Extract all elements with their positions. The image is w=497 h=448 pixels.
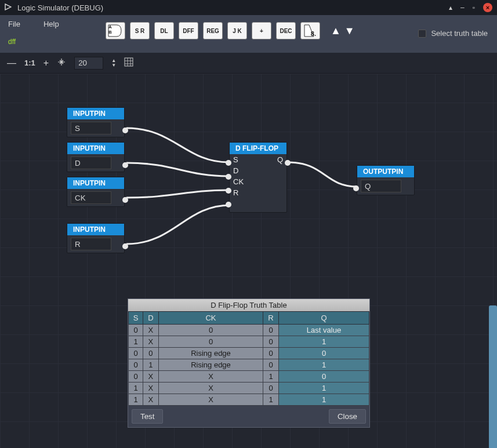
table-cell: 1	[263, 371, 279, 383]
palette-dec[interactable]: DEC	[276, 22, 296, 39]
truth-table-checkbox[interactable]	[418, 30, 426, 38]
palette-plus[interactable]: +	[252, 22, 271, 39]
table-cell: 0	[263, 336, 279, 348]
zoom-input[interactable]	[74, 57, 103, 70]
table-cell: X	[143, 383, 159, 394]
node-input-s[interactable]: INPUTPIN	[67, 107, 125, 137]
table-row: 1X001	[129, 336, 369, 348]
palette-gate[interactable]: A B	[106, 22, 125, 39]
table-cell: Rising edge	[158, 348, 263, 359]
output-pin[interactable]	[122, 243, 128, 249]
truth-table-checkbox-label: Select truth table	[431, 29, 488, 38]
node-header: OUTPUTPIN	[357, 166, 414, 177]
close-icon[interactable]: ×	[483, 3, 492, 12]
node-input-d[interactable]: INPUTPIN	[67, 142, 125, 172]
input-pin[interactable]	[226, 202, 231, 207]
node-dff[interactable]: D FLIP-FLOP S D CK R Q	[229, 142, 287, 213]
menubar: File Help dff A B S R DL DFF REG J K + D…	[0, 15, 497, 53]
keep-above-icon[interactable]: ▴	[449, 3, 452, 12]
table-cell: 0	[129, 348, 143, 359]
palette-up-icon[interactable]: ▲	[331, 25, 341, 37]
table-row: 1XX01	[129, 383, 369, 394]
table-cell: X	[158, 371, 263, 383]
node-header: D FLIP-FLOP	[230, 143, 286, 154]
node-header: INPUTPIN	[67, 177, 124, 189]
input-d-field[interactable]	[71, 156, 111, 169]
table-cell: 0	[129, 371, 143, 383]
palette-7seg[interactable]: 8.	[300, 22, 320, 39]
dff-pin-r: R	[230, 187, 247, 198]
zoom-reset-icon[interactable]: 1:1	[24, 59, 35, 67]
table-cell: 0	[158, 325, 263, 336]
palette-reg[interactable]: REG	[203, 22, 223, 39]
input-ck-field[interactable]	[71, 191, 111, 204]
input-r-field[interactable]	[71, 238, 111, 250]
titlebar: Logic Simulator (DEBUG) ▴ – ▫ ×	[0, 0, 497, 15]
dff-pin-ck: CK	[230, 176, 247, 187]
input-pin[interactable]	[226, 174, 231, 180]
table-cell: 0	[143, 348, 159, 359]
component-palette: A B S R DL DFF REG J K + DEC 8. ▲ ▼	[106, 22, 355, 39]
dialog-title[interactable]: D Flip-Flop Truth Table	[128, 299, 369, 311]
th-ck: CK	[158, 312, 263, 325]
palette-sr[interactable]: S R	[130, 22, 150, 39]
table-row: 1XX11	[129, 394, 369, 406]
table-cell: 0	[263, 325, 279, 336]
node-header: INPUTPIN	[67, 108, 124, 119]
node-output-q[interactable]: OUTPUTPIN	[357, 165, 415, 195]
table-cell: 1	[263, 394, 279, 406]
zoom-spinner[interactable]: ▲▼	[111, 59, 116, 68]
table-cell: X	[143, 371, 159, 383]
input-pin[interactable]	[226, 188, 231, 194]
table-cell: 1	[129, 383, 143, 394]
run-icon[interactable]	[5, 3, 12, 12]
grid-icon[interactable]	[124, 57, 133, 69]
table-cell: 1	[129, 394, 143, 406]
menu-file[interactable]: File	[8, 20, 20, 28]
window-title: Logic Simulator (DEBUG)	[17, 3, 449, 12]
table-cell: 0	[263, 383, 279, 394]
svg-rect-0	[125, 58, 133, 66]
node-input-r[interactable]: INPUTPIN	[67, 223, 125, 253]
output-pin[interactable]	[122, 162, 128, 168]
snap-icon[interactable]	[57, 57, 66, 69]
table-cell: X	[158, 383, 263, 394]
palette-dff[interactable]: DFF	[179, 22, 198, 39]
palette-jk[interactable]: J K	[227, 22, 247, 39]
table-cell: 1	[279, 336, 369, 348]
palette-dl[interactable]: DL	[154, 22, 174, 39]
truth-table-dialog[interactable]: D Flip-Flop Truth Table S D CK R Q 0X00L…	[128, 298, 370, 428]
node-input-ck[interactable]: INPUTPIN	[67, 177, 125, 207]
table-cell: 0	[129, 325, 143, 336]
test-button[interactable]: Test	[132, 409, 163, 424]
truth-table-checkbox-row: Select truth table	[418, 29, 488, 38]
menu-help[interactable]: Help	[43, 20, 59, 28]
table-row: 0X00Last value	[129, 325, 369, 336]
table-cell: 0	[263, 348, 279, 359]
input-pin[interactable]	[226, 160, 231, 166]
zoom-in-icon[interactable]: +	[43, 58, 49, 68]
vertical-scrollbar[interactable]	[489, 305, 497, 448]
zoom-out-icon[interactable]: —	[7, 58, 16, 68]
table-row: 0XX10	[129, 371, 369, 383]
output-q-field[interactable]	[361, 180, 401, 192]
table-cell: 0	[279, 348, 369, 359]
table-cell: 1	[129, 336, 143, 348]
table-cell: 0	[263, 359, 279, 371]
table-cell: Last value	[279, 325, 369, 336]
table-cell: X	[158, 394, 263, 406]
table-row: 01Rising edge01	[129, 359, 369, 371]
maximize-icon[interactable]: ▫	[473, 3, 475, 12]
input-pin[interactable]	[353, 185, 359, 191]
close-button[interactable]: Close	[329, 409, 366, 424]
output-pin[interactable]	[285, 160, 291, 166]
palette-down-icon[interactable]: ▼	[344, 25, 355, 37]
input-s-field[interactable]	[71, 122, 111, 134]
table-header-row: S D CK R Q	[129, 312, 369, 325]
table-cell: 0	[129, 359, 143, 371]
output-pin[interactable]	[122, 197, 128, 203]
minimize-icon[interactable]: –	[460, 3, 465, 12]
truth-table: S D CK R Q 0X00Last value1X00100Rising e…	[128, 311, 369, 406]
output-pin[interactable]	[122, 128, 128, 133]
table-cell: 1	[143, 359, 159, 371]
